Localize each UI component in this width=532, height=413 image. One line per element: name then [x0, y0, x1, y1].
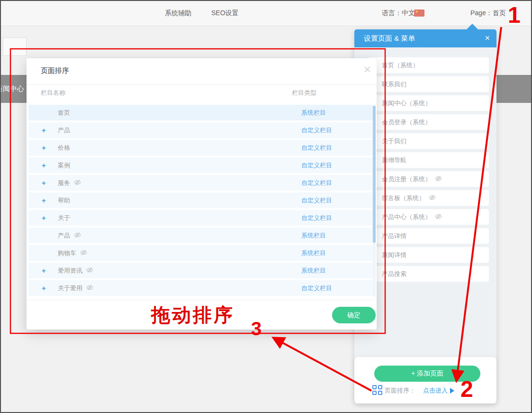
row-column-name: 关于: [58, 210, 70, 226]
page-sort-enter-link[interactable]: 点击进入: [423, 385, 448, 396]
sort-table-row[interactable]: +服务自定义栏目: [28, 175, 373, 191]
play-icon[interactable]: [450, 388, 454, 394]
nav-system-assist[interactable]: 系统辅助: [165, 0, 191, 26]
page-item[interactable]: 关于我们: [369, 133, 489, 149]
page-item-label: 首页（系统）: [382, 62, 419, 69]
page-item-label: 新增导航: [382, 156, 406, 164]
row-column-type: 自定义栏目: [301, 122, 332, 138]
sort-table-row[interactable]: +价格自定义栏目: [28, 140, 373, 156]
modal-title: 页面排序: [41, 66, 69, 75]
sort-table-row[interactable]: 首页系统栏目: [28, 105, 373, 120]
modal-footer: 拖动排序 确定: [27, 300, 377, 330]
sort-table-row[interactable]: 购物车系统栏目: [28, 245, 373, 261]
page-sort-modal: 页面排序 × 栏目名称 栏目类型 首页系统栏目+产品自定义栏目+价格自定义栏目+…: [27, 58, 377, 330]
page-item[interactable]: 会员登录（系统）: [369, 114, 489, 130]
sort-table-row[interactable]: +爱用资讯系统栏目: [28, 263, 373, 278]
expand-plus-icon[interactable]: +: [42, 140, 46, 156]
expand-plus-icon[interactable]: +: [42, 175, 46, 191]
eye-off-icon: [429, 194, 436, 201]
page-item-label: 会员注册（系统）: [382, 175, 431, 183]
column-header-name: 栏目名称: [41, 89, 65, 97]
top-bar: 系统辅助 SEO设置 语言：中文 ★ Page：首页: [0, 0, 532, 26]
expand-plus-icon[interactable]: +: [42, 280, 46, 296]
row-column-name: 帮助: [58, 193, 70, 208]
band-label: 新闻中心: [0, 84, 24, 93]
row-column-name: 产品: [58, 122, 70, 138]
page-item-label: 会员登录（系统）: [382, 119, 431, 126]
page-item-label: 产品搜索: [382, 270, 406, 277]
sort-table-row[interactable]: +关于自定义栏目: [28, 210, 373, 226]
step-number-3: 3: [251, 318, 261, 340]
page-item[interactable]: 留言板（系统）: [369, 190, 489, 206]
row-column-name: 价格: [58, 140, 70, 156]
confirm-button[interactable]: 确定: [332, 307, 376, 323]
expand-plus-icon[interactable]: +: [42, 122, 46, 138]
row-column-type: 系统栏目: [301, 245, 326, 261]
page-item[interactable]: 产品中心（系统）: [369, 209, 489, 225]
panel-title: 设置页面 & 菜单: [364, 29, 415, 47]
nav-seo-settings[interactable]: SEO设置: [211, 0, 239, 26]
row-column-name: 关于爱用: [58, 280, 93, 296]
page-item[interactable]: 新增导航: [369, 152, 489, 168]
page-selector[interactable]: Page：首页: [470, 0, 506, 26]
column-header-type: 栏目类型: [292, 89, 316, 97]
page-item[interactable]: 产品详情: [369, 228, 489, 244]
eye-off-icon: [435, 175, 442, 182]
china-flag-icon: ★: [414, 9, 424, 17]
step-number-2: 2: [460, 376, 473, 402]
page-item-label: 产品中心（系统）: [382, 213, 431, 220]
language-selector[interactable]: 语言：中文: [382, 0, 415, 26]
eye-off-icon: [74, 179, 81, 186]
row-column-name: 购物车: [58, 245, 87, 261]
sort-table-row[interactable]: 产品系统栏目: [28, 228, 373, 243]
eye-off-icon: [80, 249, 87, 256]
close-icon[interactable]: ×: [364, 62, 371, 77]
page-item[interactable]: 首页（系统）: [369, 57, 489, 73]
scrollbar-thumb[interactable]: [373, 106, 376, 243]
expand-plus-icon[interactable]: +: [42, 157, 46, 173]
row-column-type: 系统栏目: [301, 105, 326, 120]
row-column-name: 首页: [58, 105, 70, 120]
page-item[interactable]: 新闻详情: [369, 247, 489, 263]
page-item[interactable]: 联系我们: [369, 76, 489, 92]
row-column-name: 服务: [58, 175, 81, 191]
row-column-type: 系统栏目: [301, 263, 326, 278]
page-item-label: 留言板（系统）: [382, 194, 425, 202]
page-item-label: 联系我们: [382, 81, 406, 88]
expand-plus-icon[interactable]: +: [42, 263, 46, 278]
row-column-type: 自定义栏目: [301, 280, 332, 296]
eye-off-icon: [435, 213, 442, 220]
expand-plus-icon[interactable]: +: [42, 210, 46, 226]
page-sort-row: 页面排序： 点击进入: [354, 385, 496, 400]
sort-table-row[interactable]: +案例自定义栏目: [28, 157, 373, 173]
close-icon[interactable]: ×: [485, 29, 490, 46]
page-item-label: 新闻中心（系统）: [382, 100, 431, 107]
panel-header: 设置页面 & 菜单 ×: [354, 29, 496, 47]
page-item-label: 新闻详情: [382, 251, 406, 258]
row-column-type: 自定义栏目: [301, 193, 332, 208]
background-box: [3, 37, 27, 56]
sort-table-row[interactable]: +关于爱用自定义栏目: [28, 280, 373, 296]
row-column-type: 自定义栏目: [301, 175, 332, 191]
page-item-label: 产品详情: [382, 232, 406, 239]
page-item-label: 关于我们: [382, 138, 406, 145]
row-column-name: 案例: [58, 157, 70, 173]
drag-sort-annotation: 拖动排序: [151, 302, 234, 328]
row-column-type: 系统栏目: [301, 228, 326, 243]
page-item[interactable]: 新闻中心（系统）: [369, 95, 489, 111]
row-column-name: 爱用资讯: [58, 263, 93, 278]
expand-plus-icon[interactable]: +: [42, 193, 46, 208]
page-sort-label: 页面排序：: [385, 385, 415, 396]
eye-off-icon: [86, 266, 93, 274]
eye-off-icon: [74, 231, 81, 239]
row-column-type: 自定义栏目: [301, 140, 332, 156]
grid-icon[interactable]: [372, 385, 383, 395]
page-item[interactable]: 产品搜索: [369, 266, 489, 282]
sort-table-row[interactable]: +产品自定义栏目: [28, 122, 373, 138]
sort-table: 首页系统栏目+产品自定义栏目+价格自定义栏目+案例自定义栏目+服务自定义栏目+帮…: [27, 104, 377, 299]
step-number-1: 1: [508, 2, 521, 28]
panel-footer: + 添加页面 页面排序： 点击进入: [354, 357, 496, 404]
row-column-type: 自定义栏目: [301, 210, 332, 226]
sort-table-row[interactable]: +帮助自定义栏目: [28, 193, 373, 208]
page-item[interactable]: 会员注册（系统）: [369, 171, 489, 187]
